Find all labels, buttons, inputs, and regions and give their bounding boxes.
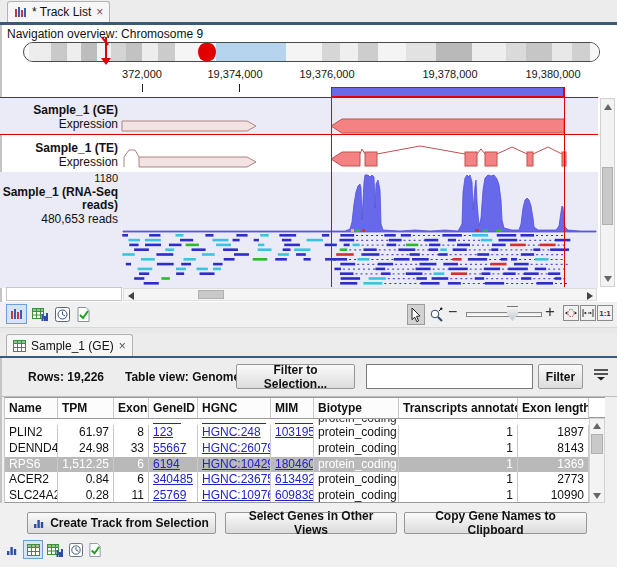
create-track-button[interactable]: Create Track from Selection (27, 512, 216, 534)
table-cell: 180460 (271, 457, 314, 473)
view-table-chart-button[interactable] (30, 305, 50, 323)
table-cell: 6194 (149, 457, 198, 473)
chromosome-band (286, 43, 322, 61)
table-icon (13, 340, 26, 352)
select-genes-button[interactable]: Select Genes in Other Views (225, 512, 397, 534)
table-cell: 61.97 (58, 425, 114, 441)
view-table-button[interactable] (23, 540, 43, 559)
cell-link[interactable]: HGNC:248 (202, 425, 261, 439)
cell-link[interactable]: 55667 (153, 441, 186, 455)
advanced-filter-toggle[interactable] (592, 367, 612, 387)
ruler-label: 372,000 (122, 68, 162, 80)
ruler-label: 19,378,000 (422, 68, 477, 80)
filter-button[interactable]: Filter (538, 364, 583, 389)
scroll-left-arrow[interactable] (128, 292, 134, 300)
track-vscrollbar[interactable] (600, 98, 615, 287)
rna-scale-max: 1180 (0, 172, 118, 185)
table-cell: 24.98 (58, 441, 114, 457)
hscroll-thumb[interactable] (198, 290, 224, 299)
cell-link[interactable]: HGNC:23675 (202, 472, 271, 486)
zoom-in-button[interactable]: + (545, 302, 555, 322)
one-to-one-zoom-button[interactable]: 1:1 (597, 305, 613, 321)
element-info-button[interactable] (74, 305, 93, 323)
chromosome-band (406, 43, 436, 61)
cell-link[interactable]: HGNC:26079 (202, 441, 271, 455)
track-separator (0, 134, 598, 135)
zoom-tool-button[interactable] (427, 304, 445, 325)
view-trackset-small-button[interactable] (4, 542, 21, 558)
cell-link[interactable]: HGNC:10429 (202, 457, 271, 471)
cell-link[interactable]: 609838 (275, 488, 314, 502)
column-header[interactable]: HGNC (198, 398, 271, 418)
column-header[interactable]: MIM (271, 398, 314, 418)
cell-link[interactable]: 613492 (275, 472, 314, 486)
history-button[interactable] (67, 542, 84, 558)
view-table-chart-button[interactable] (45, 541, 65, 559)
table-vscroll-thumb[interactable] (591, 434, 603, 454)
cell-link[interactable]: 180460 (275, 457, 314, 471)
table-cell: 1897 (518, 425, 589, 441)
close-icon[interactable]: × (119, 341, 126, 351)
copy-gene-names-button[interactable]: Copy Gene Names to Clipboard (404, 512, 587, 534)
cell-link[interactable]: 340485 (153, 472, 193, 486)
scroll-up-arrow[interactable] (593, 423, 601, 429)
view-trackset-button[interactable] (6, 304, 27, 324)
chromosome-band (340, 43, 358, 61)
table-cell: 8 (114, 425, 149, 441)
table-cell: 609838 (271, 488, 314, 503)
zoom-out-button[interactable]: − (448, 303, 457, 321)
chromosome-band (158, 43, 175, 61)
history-button[interactable] (53, 306, 71, 323)
info-check-icon (88, 543, 102, 557)
chromosome-band (378, 43, 406, 61)
vscroll-thumb[interactable] (602, 167, 613, 225)
chromosome-band (67, 43, 81, 61)
table-vscrollbar[interactable] (589, 418, 605, 503)
table-cell: RPS6 (5, 457, 58, 473)
column-header[interactable]: Exons (114, 398, 149, 418)
scroll-right-arrow[interactable] (587, 292, 593, 300)
cell-link[interactable]: 6194 (153, 457, 180, 471)
track-te-subtitle: Expression (0, 156, 118, 169)
column-header[interactable]: Biotype (314, 398, 399, 418)
column-header[interactable]: GeneID (149, 398, 198, 418)
zoom-slider[interactable] (466, 312, 542, 317)
track-hscrollbar[interactable] (123, 288, 597, 301)
table-row[interactable]: DENND4C24.983355667HGNC:26079protein_cod… (5, 441, 589, 457)
filter-search-input[interactable] (366, 364, 533, 389)
ruler-tick (239, 84, 240, 92)
column-header[interactable]: TPM (58, 398, 114, 418)
fit-width-button[interactable] (580, 305, 596, 321)
table-row[interactable]: RPS61,512.2566194HGNC:10429180460protein… (5, 457, 589, 473)
chromosome-band (472, 43, 506, 61)
table-row[interactable]: PLIN261.978123HGNC:248103195protein_codi… (5, 425, 589, 441)
tab-track-list[interactable]: * Track List × (7, 1, 110, 22)
close-icon[interactable]: × (96, 7, 103, 17)
zoom-slider-thumb[interactable] (507, 306, 518, 321)
ruler-label: 19,376,000 (299, 68, 354, 80)
gene-table: NameTPMExonsGeneIDHGNCMIMBiotypeTranscri… (4, 397, 589, 503)
track-separator (0, 97, 598, 98)
zoom-to-selection-button[interactable] (563, 305, 579, 321)
scroll-down-arrow[interactable] (604, 276, 612, 282)
filter-to-selection-button[interactable]: Filter to Selection... (236, 364, 355, 389)
column-header[interactable]: Transcripts annotated (399, 398, 518, 418)
rows-count-label: Rows: 19,226 (28, 370, 104, 384)
column-header[interactable]: Exon length (518, 398, 589, 418)
table-row[interactable]: SLC24A20.281125769HGNC:10976609838protei… (5, 488, 589, 503)
cell-link[interactable]: HGNC:10976 (202, 488, 271, 502)
scroll-down-arrow[interactable] (593, 493, 601, 499)
tab-sample1-ge[interactable]: Sample_1 (GE) × (6, 334, 133, 356)
table-chart-icon (32, 308, 48, 321)
centromere (198, 43, 216, 61)
table-row[interactable]: ACER20.846340485HGNC:23675613492protein_… (5, 472, 589, 488)
column-header[interactable]: Name (5, 398, 58, 418)
cell-link[interactable]: 103195 (275, 425, 314, 439)
selection-region-bar[interactable] (331, 87, 564, 97)
scroll-up-arrow[interactable] (604, 104, 612, 110)
cell-link[interactable]: 25769 (153, 488, 186, 502)
element-info-button[interactable] (86, 541, 104, 558)
cell-link[interactable]: 123 (153, 425, 173, 439)
table-cell: 613492 (271, 472, 314, 488)
pointer-tool-button[interactable] (407, 304, 425, 325)
